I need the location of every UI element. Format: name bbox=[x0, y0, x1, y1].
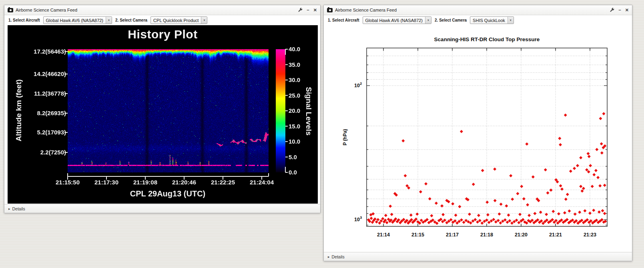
toolbar: 1. Select Aircraft Global Hawk AV6 (NASA… bbox=[4, 15, 320, 25]
minimize-icon[interactable]: − bbox=[618, 8, 621, 12]
y-tick-label: 14.2(46620) bbox=[10, 70, 66, 77]
chart-title: History Plot bbox=[8, 28, 318, 41]
x-tick-label: 21:17:30 bbox=[87, 179, 126, 186]
dropdown-arrow-icon: ▼ bbox=[508, 17, 514, 24]
panel-header: Airborne Science Camera Feed − ✕ bbox=[324, 5, 632, 15]
panel-title: Airborne Science Camera Feed bbox=[335, 8, 610, 12]
chart-title: Scanning-HIS RT-DR Cloud Top Pressure bbox=[434, 36, 540, 42]
colorbar-tick-label: 35.0 bbox=[289, 61, 311, 68]
aircraft-select[interactable]: Global Hawk AV6 (NASA872) ▼ bbox=[363, 16, 431, 24]
close-icon[interactable]: ✕ bbox=[313, 8, 317, 12]
x-tick-label: 21:22:25 bbox=[204, 179, 242, 186]
dropdown-arrow-icon: ▼ bbox=[106, 17, 112, 24]
colorbar-tick-label: 20.0 bbox=[289, 107, 311, 114]
select-aircraft-label: 1. Select Aircraft bbox=[8, 18, 40, 22]
colorbar-tick-label: 15.0 bbox=[289, 123, 311, 130]
minimize-icon[interactable]: − bbox=[307, 8, 309, 12]
x-tick-label: 21:15:50 bbox=[48, 179, 87, 186]
colorbar-tick-label: 30.0 bbox=[289, 76, 311, 83]
camera-feed-panel-shis: Airborne Science Camera Feed − ✕ 1. Sele… bbox=[323, 5, 632, 261]
camera-select[interactable]: SHIS QuickLook ▼ bbox=[470, 16, 514, 24]
scatter-points bbox=[367, 112, 607, 225]
select-camera-label: 2. Select Camera bbox=[115, 18, 147, 22]
select-aircraft-label: 1. Select Aircraft bbox=[328, 18, 359, 22]
y-tick-label: 8.2(26935) bbox=[10, 110, 66, 116]
x-tick-label: 21:14 bbox=[377, 232, 390, 238]
cpl-history-plot: History Plot CPL 29Aug13 (UTC) Altitude … bbox=[8, 25, 318, 204]
x-tick-label: 21:19:08 bbox=[126, 179, 165, 186]
toolbar: 1. Select Aircraft Global Hawk AV6 (NASA… bbox=[324, 15, 632, 25]
plot-frame bbox=[367, 48, 607, 226]
y-tick-label: 102 bbox=[354, 81, 362, 88]
colorbar-tick-label: 0.0 bbox=[289, 169, 311, 176]
x-tick-label: 21:15 bbox=[411, 232, 424, 238]
wrench-icon[interactable] bbox=[298, 8, 303, 12]
x-axis-label: CPL 29Aug13 (UTC) bbox=[60, 189, 276, 198]
details-triangle-icon: ▸ bbox=[328, 255, 330, 259]
shis-scatter-plot: Scanning-HIS RT-DR Cloud Top Pressure21:… bbox=[324, 25, 632, 253]
camera-feed-panel-cpl: Airborne Science Camera Feed − ✕ 1. Sele… bbox=[4, 5, 321, 213]
colorbar-tick-label: 5.0 bbox=[289, 154, 311, 160]
colorbar-tick-label: 10.0 bbox=[289, 138, 311, 145]
details-expander[interactable]: ▸ Details bbox=[4, 204, 320, 213]
dropdown-arrow-icon: ▼ bbox=[201, 17, 207, 24]
y-tick-label: 17.2(56463) bbox=[10, 48, 66, 55]
details-expander[interactable]: ▸ Details bbox=[324, 252, 632, 261]
y-tick-label: 2.2(7250) bbox=[10, 149, 66, 156]
colorbar-tick-label: 25.0 bbox=[289, 92, 311, 99]
y-tick-label: 103 bbox=[354, 215, 362, 222]
aircraft-select[interactable]: Global Hawk AV6 (NASA872) ▼ bbox=[43, 16, 112, 24]
y-axis-label: P (hPa) bbox=[342, 129, 348, 145]
scatter-chart-svg: Scanning-HIS RT-DR Cloud Top Pressure21:… bbox=[324, 25, 632, 253]
x-tick-label: 21:24:04 bbox=[243, 179, 281, 186]
details-triangle-icon: ▸ bbox=[8, 207, 10, 211]
camera-select[interactable]: CPL Quicklook Product ▼ bbox=[150, 16, 207, 24]
colorbar-tick-label: 40.0 bbox=[289, 46, 311, 52]
dropdown-arrow-icon: ▼ bbox=[425, 17, 431, 24]
camera-icon bbox=[327, 8, 333, 12]
x-tick-label: 21:23 bbox=[584, 232, 596, 238]
select-camera-label: 2. Select Camera bbox=[435, 18, 467, 22]
x-tick-label: 21:21 bbox=[549, 232, 562, 238]
x-tick-label: 21:20 bbox=[515, 232, 528, 238]
x-tick-label: 21:18 bbox=[480, 232, 493, 238]
panel-title: Airborne Science Camera Feed bbox=[16, 8, 298, 12]
x-tick-label: 21:17 bbox=[446, 232, 459, 238]
y-tick-label: 5.2(17093) bbox=[10, 129, 66, 136]
wrench-icon[interactable] bbox=[610, 8, 614, 12]
y-tick-label: 11.2(36778) bbox=[10, 90, 66, 97]
panel-header: Airborne Science Camera Feed − ✕ bbox=[4, 5, 320, 15]
camera-icon bbox=[8, 8, 13, 12]
close-icon[interactable]: ✕ bbox=[625, 8, 629, 12]
x-tick-label: 21:20:46 bbox=[165, 179, 203, 186]
